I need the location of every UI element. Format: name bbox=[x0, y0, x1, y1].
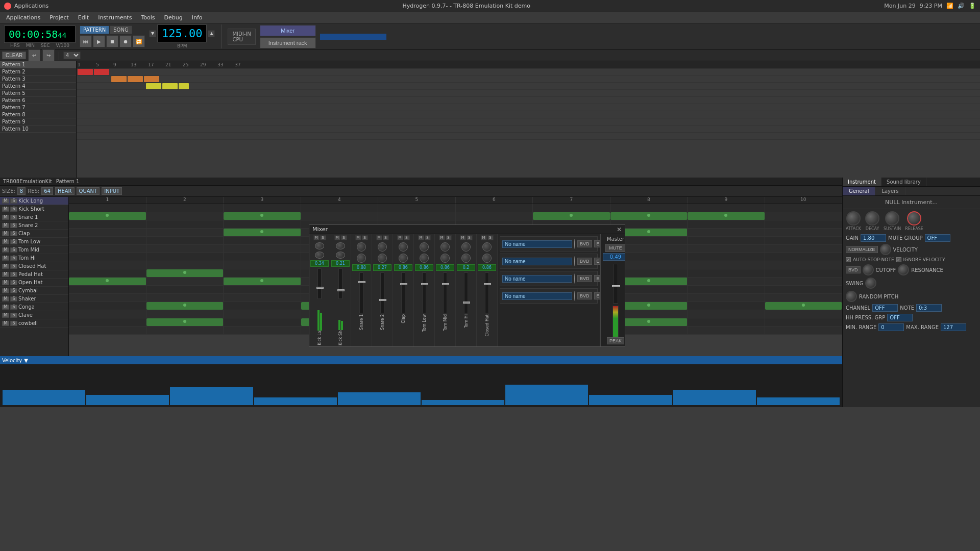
ch-pan-knob[interactable] bbox=[482, 242, 492, 252]
pattern-name-6[interactable]: Pattern 6 bbox=[0, 97, 76, 104]
ch-pan-knob[interactable] bbox=[315, 242, 324, 249]
ch-pan-knob[interactable] bbox=[440, 242, 450, 252]
ch-solo-btn[interactable]: S bbox=[383, 235, 389, 240]
inst-mute-tom-hi[interactable]: M bbox=[2, 256, 9, 261]
cell[interactable] bbox=[765, 237, 843, 244]
ch-vol-knob[interactable] bbox=[357, 254, 366, 263]
fx-edit-btn-3[interactable]: EDIT bbox=[594, 275, 600, 282]
cell[interactable] bbox=[69, 269, 146, 277]
itab-general[interactable]: General bbox=[843, 187, 875, 195]
inst-mute-shaker[interactable]: M bbox=[2, 296, 9, 302]
pattern-block[interactable] bbox=[146, 83, 161, 89]
instrument-closed-hat[interactable]: M S Closed Hat bbox=[0, 262, 68, 270]
cell[interactable] bbox=[69, 327, 146, 334]
max-range-input[interactable]: 127 bbox=[941, 323, 966, 331]
ch-solo-btn[interactable]: S bbox=[446, 235, 452, 240]
normalize-btn[interactable]: NORMALIZE bbox=[846, 246, 878, 253]
menu-info[interactable]: Info bbox=[188, 13, 207, 22]
fx-knob-1[interactable] bbox=[574, 239, 575, 249]
ch-fader-handle[interactable] bbox=[484, 283, 491, 285]
inst-mute-tom-mid[interactable]: M bbox=[2, 247, 9, 253]
cell[interactable] bbox=[69, 302, 146, 310]
cell[interactable] bbox=[688, 327, 765, 334]
menu-project[interactable]: Project bbox=[45, 13, 73, 22]
cell[interactable] bbox=[301, 212, 379, 220]
vel-bar-3[interactable] bbox=[170, 387, 253, 405]
song-row-7[interactable] bbox=[77, 111, 980, 118]
cell[interactable] bbox=[688, 261, 765, 269]
cell-hit[interactable] bbox=[224, 278, 301, 285]
inst-mute-cymbal[interactable]: M bbox=[2, 288, 9, 293]
cell[interactable] bbox=[224, 302, 301, 310]
inst-solo-open-hat[interactable]: S bbox=[10, 280, 17, 285]
inst-solo-clave[interactable]: S bbox=[10, 313, 17, 318]
ch-fader-handle[interactable] bbox=[442, 283, 449, 285]
gain-input[interactable]: 1.80 bbox=[861, 234, 886, 242]
cell[interactable] bbox=[688, 294, 765, 302]
cell[interactable] bbox=[69, 204, 146, 212]
song-row-5[interactable] bbox=[77, 97, 980, 104]
instrument-cymbal[interactable]: M S Cymbal bbox=[0, 287, 68, 295]
sustain-knob[interactable] bbox=[885, 211, 899, 226]
cell[interactable] bbox=[456, 204, 533, 212]
ch-solo-btn[interactable]: S bbox=[362, 235, 368, 240]
inst-mute-tom-low[interactable]: M bbox=[2, 239, 9, 244]
instrument-tom-low[interactable]: M S Tom Low bbox=[0, 238, 68, 246]
cutoff-knob[interactable] bbox=[863, 264, 874, 276]
ch-pan-knob[interactable] bbox=[336, 242, 345, 249]
cell[interactable] bbox=[69, 286, 146, 293]
ch-mute-btn[interactable]: M bbox=[376, 235, 382, 240]
ch-mute-btn[interactable]: M bbox=[397, 235, 403, 240]
close-button[interactable] bbox=[4, 3, 11, 10]
inst-solo-pedal-hat[interactable]: S bbox=[10, 272, 17, 277]
inst-mute-closed-hat[interactable]: M bbox=[2, 264, 9, 269]
cell[interactable] bbox=[688, 269, 765, 277]
vel-bar-8[interactable] bbox=[589, 395, 672, 405]
res-value[interactable]: 64 bbox=[41, 187, 53, 195]
cell[interactable] bbox=[224, 204, 301, 212]
peak-btn[interactable]: PEAK bbox=[607, 337, 624, 344]
cell[interactable] bbox=[765, 245, 843, 253]
inst-mute-open-hat[interactable]: M bbox=[2, 280, 9, 285]
ch-fader-handle[interactable] bbox=[421, 283, 428, 285]
cell[interactable] bbox=[146, 278, 224, 285]
ch-solo-btn[interactable]: S bbox=[425, 235, 431, 240]
cell[interactable] bbox=[688, 278, 765, 285]
vel-bar-5[interactable] bbox=[338, 392, 421, 405]
song-row-3[interactable] bbox=[77, 83, 980, 90]
song-mode-btn[interactable]: SONG bbox=[110, 26, 132, 34]
inst-mute-snare1[interactable]: M bbox=[2, 215, 9, 220]
pattern-name-5[interactable]: Pattern 5 bbox=[0, 90, 76, 97]
cell[interactable] bbox=[146, 327, 224, 334]
record-btn[interactable]: ⏺ bbox=[119, 35, 132, 47]
cell-hit[interactable] bbox=[765, 302, 843, 310]
velocity-knob[interactable] bbox=[880, 244, 891, 255]
ch-pan-knob[interactable] bbox=[357, 242, 366, 252]
ch-vol-knob[interactable] bbox=[420, 254, 429, 263]
ch-fader-handle[interactable] bbox=[400, 283, 407, 285]
ch-pan-knob[interactable] bbox=[399, 242, 408, 252]
ch-vol-knob[interactable] bbox=[315, 252, 324, 259]
cell[interactable] bbox=[688, 204, 765, 212]
cell[interactable] bbox=[146, 237, 224, 244]
cell[interactable] bbox=[765, 253, 843, 261]
inst-solo-tom-mid[interactable]: S bbox=[10, 247, 17, 253]
ch-solo-btn[interactable]: S bbox=[467, 235, 473, 240]
master-mute-btn[interactable]: MUTE bbox=[605, 244, 625, 252]
menu-debug[interactable]: Debug bbox=[160, 13, 187, 22]
cell[interactable] bbox=[688, 310, 765, 318]
pattern-name-9[interactable]: Pattern 9 bbox=[0, 118, 76, 126]
instrument-kick-long[interactable]: M S Kick Long bbox=[0, 197, 68, 205]
cell[interactable] bbox=[224, 237, 301, 244]
attack-knob[interactable] bbox=[846, 211, 861, 226]
song-row-9[interactable] bbox=[77, 126, 980, 133]
cell[interactable] bbox=[224, 318, 301, 326]
input-value[interactable]: INPUT bbox=[102, 187, 122, 195]
instrument-clap[interactable]: M S Clap bbox=[0, 230, 68, 238]
pattern-name-10[interactable]: Pattern 10 bbox=[0, 126, 76, 133]
vel-bar-1[interactable] bbox=[3, 390, 85, 405]
vel-bar-9[interactable] bbox=[673, 390, 756, 405]
loop-btn[interactable]: 🔁 bbox=[133, 35, 145, 47]
ch-vol-knob[interactable] bbox=[461, 254, 471, 263]
cell[interactable] bbox=[146, 294, 224, 302]
